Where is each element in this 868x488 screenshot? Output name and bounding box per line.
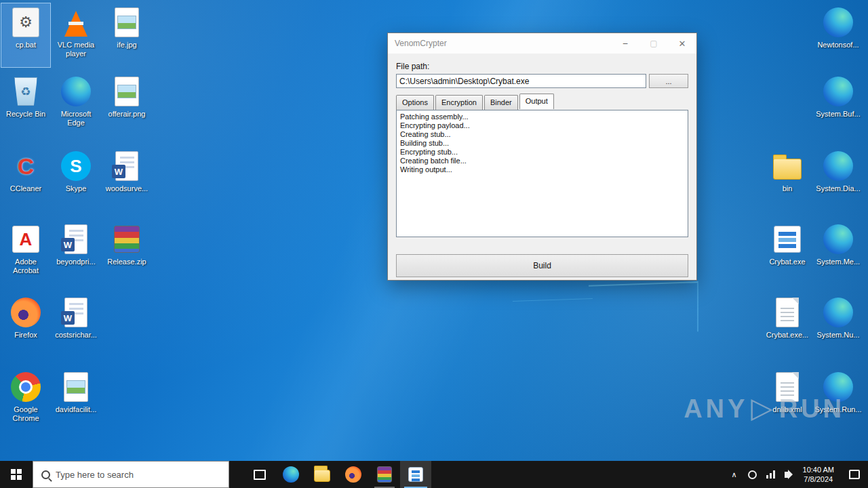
tab-options[interactable]: Options bbox=[396, 95, 434, 110]
desktop-icon-system-buf[interactable]: System.Buf... bbox=[813, 72, 863, 137]
output-line: Creating batch file... bbox=[400, 157, 684, 165]
browse-button[interactable]: ... bbox=[649, 74, 688, 88]
desktop-icon-label: System.Nu... bbox=[817, 331, 860, 340]
desktop-icon-label: Firefox bbox=[14, 331, 37, 340]
hidden-icons-chevron[interactable]: ∧ bbox=[725, 470, 743, 479]
window-titlebar[interactable]: VenomCrypter – ▢ ✕ bbox=[388, 33, 696, 54]
action-center-button[interactable] bbox=[841, 461, 868, 488]
taskbar-file-explorer-button[interactable] bbox=[307, 461, 338, 488]
desktop-icon-recycle-bin[interactable]: Recycle Bin bbox=[1, 72, 51, 137]
output-line: Creating stub... bbox=[400, 130, 684, 139]
taskbar-edge-button[interactable] bbox=[275, 461, 307, 488]
desktop-icon-label: CCleaner bbox=[10, 184, 41, 193]
desktop-icon-label: Recycle Bin bbox=[6, 110, 45, 119]
desktop-icon-bin-folder[interactable]: bin bbox=[762, 146, 812, 211]
winrar-archive-icon bbox=[114, 226, 140, 253]
desktop-icon-label: System.Buf... bbox=[816, 110, 860, 119]
desktop-icon-skype[interactable]: Skype bbox=[51, 146, 101, 211]
tab-output[interactable]: Output bbox=[519, 94, 554, 109]
taskbar-firefox-button[interactable] bbox=[338, 461, 369, 488]
ccleaner-icon bbox=[11, 151, 41, 181]
desktop-icon-vlc[interactable]: VLC media player bbox=[51, 3, 101, 68]
desktop-icon-system-dia[interactable]: System.Dia... bbox=[813, 146, 863, 211]
desktop-icon-release-zip[interactable]: Release.zip bbox=[102, 220, 152, 285]
chrome-icon bbox=[11, 372, 41, 402]
desktop-icon-ife-jpg[interactable]: ife.jpg bbox=[102, 3, 152, 68]
batch-file-icon bbox=[12, 7, 39, 37]
build-button[interactable]: Build bbox=[396, 254, 688, 277]
vlc-cone-icon bbox=[64, 11, 87, 37]
desktop-icon-label: System.Me... bbox=[816, 258, 860, 266]
window-client-area: File path: ... Options Encryption Binder… bbox=[388, 54, 696, 277]
search-input[interactable] bbox=[56, 470, 205, 480]
taskbar-venomcrypter-button[interactable] bbox=[400, 461, 431, 488]
desktop-background: cp.bat VLC media player ife.jpg Recycle … bbox=[0, 0, 868, 461]
library-file-icon bbox=[823, 151, 853, 181]
desktop-icon-firefox[interactable]: Firefox bbox=[1, 293, 51, 358]
desktop-icon-crybat-exe[interactable]: Crybat.exe bbox=[762, 220, 812, 285]
desktop-icon-label: System.Dia... bbox=[816, 184, 860, 193]
wallpaper-logo-edge bbox=[589, 281, 698, 336]
desktop-icon-cp-bat[interactable]: cp.bat bbox=[1, 3, 51, 68]
output-line: Encrypting payload... bbox=[400, 121, 684, 130]
windows-logo-icon bbox=[11, 469, 22, 480]
clock-time: 10:40 AM bbox=[803, 465, 834, 474]
desktop-icon-adobe-acrobat[interactable]: Adobe Acrobat bbox=[1, 220, 51, 285]
desktop-icon-label: Crybat.exe bbox=[769, 258, 805, 266]
close-button[interactable]: ✕ bbox=[668, 33, 696, 54]
desktop-icon-costsrichar[interactable]: costsrichar... bbox=[51, 293, 101, 358]
word-document-icon bbox=[115, 151, 138, 181]
desktop-icon-edge[interactable]: Microsoft Edge bbox=[51, 72, 101, 137]
venomcrypter-window: VenomCrypter – ▢ ✕ File path: ... Option… bbox=[387, 33, 697, 281]
taskbar-clock[interactable]: 10:40 AM 7/8/2024 bbox=[796, 465, 841, 484]
word-document-icon bbox=[64, 298, 87, 327]
executable-icon bbox=[774, 226, 801, 253]
desktop-icon-label: cp.bat bbox=[16, 41, 36, 49]
task-view-button[interactable] bbox=[244, 461, 275, 488]
desktop-icon-system-me[interactable]: System.Me... bbox=[813, 220, 863, 285]
start-button[interactable] bbox=[0, 461, 33, 488]
task-view-icon bbox=[254, 470, 266, 480]
desktop-icon-label: beyondpri... bbox=[56, 258, 95, 266]
system-tray: ∧ 10:40 AM 7/8/2024 bbox=[725, 461, 868, 488]
firefox-icon bbox=[11, 298, 41, 327]
volume-icon[interactable] bbox=[785, 472, 789, 478]
watermark-text-run: RUN bbox=[779, 394, 845, 424]
desktop-icon-label: Release.zip bbox=[107, 258, 146, 266]
skype-icon bbox=[61, 151, 91, 181]
desktop-icon-google-chrome[interactable]: Google Chrome bbox=[1, 367, 51, 432]
desktop-icon-label: bin bbox=[783, 184, 793, 193]
tab-binder[interactable]: Binder bbox=[484, 95, 518, 110]
desktop-icon-woodsurve[interactable]: woodsurve... bbox=[102, 146, 152, 211]
output-line: Building stub... bbox=[400, 139, 684, 148]
desktop-icon-beyondpri[interactable]: beyondpri... bbox=[51, 220, 101, 285]
desktop-icon-label: offerair.png bbox=[108, 110, 146, 119]
file-path-input[interactable] bbox=[396, 74, 646, 88]
winrar-icon bbox=[377, 466, 392, 483]
library-file-icon bbox=[823, 224, 853, 254]
library-file-icon bbox=[823, 77, 853, 106]
desktop-icon-label: VLC media player bbox=[52, 41, 100, 58]
desktop-icon-label: Adobe Acrobat bbox=[1, 258, 50, 275]
desktop-icon-system-nu[interactable]: System.Nu... bbox=[813, 293, 863, 358]
text-document-icon bbox=[776, 298, 799, 327]
desktop-icon-davidfacilit[interactable]: davidfacilit... bbox=[51, 367, 101, 432]
notification-icon bbox=[849, 470, 860, 479]
folder-icon bbox=[773, 159, 802, 180]
desktop-icon-crybat-exe-config[interactable]: Crybat.exe... bbox=[762, 293, 812, 358]
network-icon[interactable] bbox=[766, 470, 775, 479]
output-line: Writing output... bbox=[400, 165, 684, 174]
tab-encryption[interactable]: Encryption bbox=[435, 95, 483, 110]
desktop-icon-label: costsrichar... bbox=[55, 331, 97, 340]
taskbar-search[interactable] bbox=[33, 461, 229, 488]
maximize-button[interactable]: ▢ bbox=[639, 33, 668, 54]
tray-status-icon[interactable] bbox=[748, 470, 757, 479]
minimize-button[interactable]: – bbox=[611, 33, 639, 54]
window-title: VenomCrypter bbox=[395, 39, 611, 48]
word-document-icon bbox=[64, 224, 87, 254]
output-log[interactable]: Patching assembly... Encrypting payload.… bbox=[396, 110, 688, 237]
taskbar-winrar-button[interactable] bbox=[369, 461, 400, 488]
desktop-icon-offerair-png[interactable]: offerair.png bbox=[102, 72, 152, 137]
desktop-icon-ccleaner[interactable]: CCleaner bbox=[1, 146, 51, 211]
desktop-icon-newtonsoft[interactable]: Newtonsof... bbox=[813, 3, 863, 68]
